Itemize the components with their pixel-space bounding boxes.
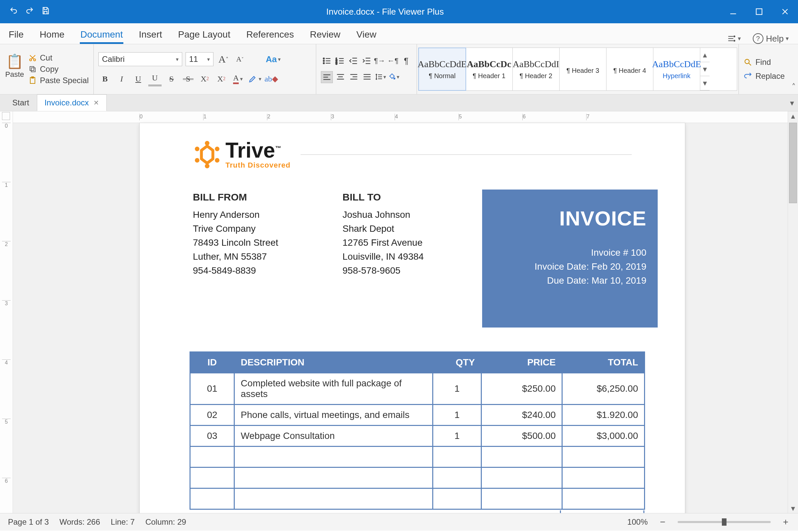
- close-button[interactable]: [772, 0, 798, 23]
- tabs-expand-icon[interactable]: ▾: [790, 98, 794, 108]
- show-marks-button[interactable]: ¶: [401, 55, 412, 66]
- align-right-button[interactable]: [348, 71, 359, 82]
- document-page[interactable]: Trive™ Truth Discovered BILL FROM Henry …: [139, 123, 685, 513]
- bullets-button[interactable]: [321, 55, 332, 66]
- vertical-scrollbar[interactable]: ▴ ▾: [788, 111, 798, 513]
- style-header3[interactable]: ¶ Header 3: [559, 48, 607, 91]
- align-center-button[interactable]: [335, 71, 346, 82]
- shrink-font-button[interactable]: A˅: [233, 53, 247, 66]
- font-name-combo[interactable]: Calibri▾: [98, 52, 182, 66]
- styles-scroll[interactable]: ▴▾▾: [700, 48, 709, 91]
- window-title: Invoice.docx - File Viewer Plus: [50, 7, 720, 17]
- tab-home[interactable]: Home: [39, 25, 65, 44]
- style-normal[interactable]: AaBbCcDdE¶ Normal: [418, 48, 466, 91]
- grow-font-button[interactable]: A˄: [217, 53, 230, 66]
- table-row: 01Completed website with full package of…: [190, 373, 645, 405]
- change-case-button[interactable]: Aa▾: [267, 53, 280, 66]
- decrease-indent-button[interactable]: [347, 55, 359, 66]
- rtl-button[interactable]: ←¶: [387, 55, 399, 66]
- bold-button[interactable]: B: [98, 72, 112, 86]
- paste-button[interactable]: 📋 Paste: [5, 53, 25, 79]
- maximize-button[interactable]: [746, 0, 772, 23]
- collapse-ribbon-button[interactable]: ˄: [790, 44, 798, 94]
- replace-button[interactable]: Replace: [743, 72, 785, 81]
- find-button[interactable]: Find: [743, 58, 785, 67]
- highlight-button[interactable]: ▾: [248, 72, 261, 86]
- tab-review[interactable]: Review: [309, 25, 341, 44]
- paste-icon: 📋: [6, 53, 23, 70]
- save-icon[interactable]: [41, 6, 50, 17]
- undo-icon[interactable]: [9, 6, 18, 17]
- scroll-thumb[interactable]: [789, 123, 797, 203]
- justify-button[interactable]: [361, 71, 373, 82]
- font-color-button[interactable]: A▾: [231, 72, 245, 86]
- zoom-out-button[interactable]: −: [658, 517, 667, 527]
- scroll-down-icon[interactable]: ▾: [788, 504, 798, 513]
- table-row: [190, 489, 645, 509]
- ltr-button[interactable]: ¶→: [374, 55, 385, 66]
- paste-special-button[interactable]: Paste Special: [28, 76, 89, 85]
- table-row: 03Webpage Consultation1$500.00$3,000.00: [190, 425, 645, 446]
- scroll-up-icon[interactable]: ▴: [788, 111, 798, 121]
- tab-insert[interactable]: Insert: [138, 25, 163, 44]
- cut-button[interactable]: Cut: [28, 53, 89, 62]
- double-underline-button[interactable]: U: [148, 72, 162, 86]
- group-editing: Find Replace: [739, 44, 790, 94]
- invoice-totals: Sub Total$11,170.00 Sales Tax 8%$893.60: [190, 510, 645, 513]
- close-tab-icon[interactable]: ✕: [93, 99, 99, 107]
- increase-indent-button[interactable]: [361, 55, 372, 66]
- ribbon-options-button[interactable]: ▾: [727, 34, 741, 43]
- superscript-button[interactable]: X2: [198, 72, 211, 86]
- doctab-invoice[interactable]: Invoice.docx ✕: [37, 94, 107, 111]
- copy-button[interactable]: Copy: [28, 64, 89, 74]
- clear-format-button[interactable]: ab◆: [265, 72, 278, 86]
- doctab-start[interactable]: Start: [5, 94, 37, 111]
- help-button[interactable]: ? Help ▾: [753, 33, 789, 44]
- redo-icon[interactable]: [25, 6, 34, 17]
- zoom-slider[interactable]: [678, 521, 771, 523]
- zoom-in-button[interactable]: +: [781, 517, 790, 527]
- styles-more-icon[interactable]: ▾: [700, 76, 709, 91]
- chevron-down-icon[interactable]: ▾: [700, 62, 709, 76]
- invoice-table: ID DESCRIPTION QTY PRICE TOTAL 01Complet…: [190, 352, 645, 510]
- bill-to-heading: BILL TO: [342, 190, 482, 205]
- title-bar: Invoice.docx - File Viewer Plus: [0, 0, 798, 23]
- minimize-button[interactable]: [720, 0, 746, 23]
- style-header4[interactable]: ¶ Header 4: [607, 48, 653, 91]
- invoice-number: Invoice # 100: [493, 246, 646, 260]
- align-left-button[interactable]: [321, 71, 333, 83]
- bill-to-name: Joshua Johnson: [342, 208, 482, 222]
- svg-point-21: [323, 62, 324, 64]
- tab-page-layout[interactable]: Page Layout: [177, 25, 231, 44]
- tab-document[interactable]: Document: [80, 25, 124, 44]
- shading-button[interactable]: ▾: [388, 71, 399, 82]
- status-words: Words: 266: [59, 517, 100, 527]
- header-rule: [301, 154, 632, 155]
- th-price: PRICE: [481, 352, 562, 373]
- tab-references[interactable]: References: [246, 25, 294, 44]
- tab-view[interactable]: View: [356, 25, 377, 44]
- line-spacing-button[interactable]: ▾: [375, 71, 386, 82]
- subscript-button[interactable]: X2: [215, 72, 228, 86]
- svg-point-51: [745, 59, 749, 63]
- numbering-button[interactable]: 123: [334, 55, 345, 66]
- svg-point-7: [734, 36, 735, 37]
- bill-from: BILL FROM Henry Anderson Trive Company 7…: [193, 190, 342, 327]
- italic-button[interactable]: I: [115, 72, 128, 86]
- double-strike-button[interactable]: S: [182, 72, 195, 86]
- style-hyperlink[interactable]: AaBbCcDdEHyperlink: [653, 48, 700, 91]
- th-total: TOTAL: [562, 352, 645, 373]
- style-header1[interactable]: AaBbCcDc¶ Header 1: [466, 48, 513, 91]
- font-size-combo[interactable]: 11▾: [186, 52, 213, 66]
- invoice-due: Due Date: Mar 10, 2019: [493, 274, 646, 288]
- style-header2[interactable]: AaBbCcDdI¶ Header 2: [513, 48, 559, 91]
- underline-button[interactable]: U: [132, 72, 145, 86]
- find-label: Find: [756, 58, 771, 67]
- tab-file[interactable]: File: [8, 25, 24, 44]
- svg-point-55: [215, 147, 220, 151]
- doctab-invoice-label: Invoice.docx: [44, 98, 89, 108]
- zoom-slider-thumb[interactable]: [722, 518, 726, 526]
- chevron-up-icon[interactable]: ▴: [700, 48, 709, 62]
- strikethrough-button[interactable]: S: [165, 72, 178, 86]
- bill-from-city: Luther, MN 55387: [193, 250, 342, 264]
